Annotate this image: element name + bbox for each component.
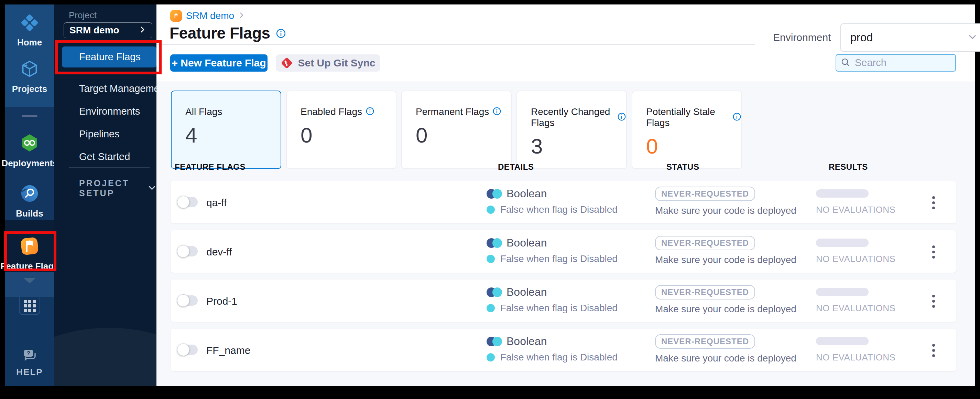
stat-card-label: All Flags bbox=[185, 106, 222, 117]
chevron-down-icon bbox=[967, 32, 977, 43]
status-badge: NEVER-REQUESTED bbox=[655, 236, 755, 250]
flag-toggle-off[interactable] bbox=[178, 246, 198, 257]
nav-item-target-management[interactable]: Target Management bbox=[79, 83, 156, 94]
stat-card-value: 4 bbox=[185, 123, 281, 147]
results-bar bbox=[816, 288, 869, 296]
flag-results: NO EVALUATIONS bbox=[816, 337, 896, 363]
environment-label: Environment bbox=[773, 32, 831, 43]
sidebar-item-feature-flags[interactable]: Feature Flags bbox=[5, 236, 54, 271]
search-box[interactable] bbox=[835, 54, 956, 72]
stat-card[interactable]: Recently Changed Flags 3 bbox=[517, 91, 627, 169]
status-help-text: Make sure your code is deployed bbox=[655, 353, 796, 364]
flag-name[interactable]: qa-ff bbox=[206, 197, 227, 209]
search-input[interactable] bbox=[854, 57, 950, 69]
info-icon[interactable] bbox=[366, 107, 374, 117]
rail-home-label: Home bbox=[17, 37, 42, 48]
new-feature-flag-button[interactable]: + New Feature Flag bbox=[170, 54, 267, 72]
nav-feature-flags-label: Feature Flags bbox=[79, 51, 141, 63]
project-selector[interactable]: SRM demo bbox=[64, 22, 152, 38]
status-help-text: Make sure your code is deployed bbox=[655, 304, 796, 314]
setup-git-sync-button[interactable]: Set Up Git Sync bbox=[276, 54, 380, 72]
info-icon[interactable] bbox=[617, 112, 626, 123]
sidebar-item-deployments[interactable]: Deployments bbox=[5, 132, 54, 169]
flag-details: Boolean False when flag is Disabled bbox=[487, 187, 617, 215]
flag-details: Boolean False when flag is Disabled bbox=[487, 286, 617, 314]
chevron-right-icon bbox=[238, 11, 245, 20]
flag-name[interactable]: FF_name bbox=[206, 345, 250, 356]
flag-type: Boolean bbox=[506, 286, 547, 298]
flag-status: NEVER-REQUESTED Make sure your code is d… bbox=[655, 285, 796, 314]
grid-icon bbox=[24, 300, 36, 312]
flag-results: NO EVALUATIONS bbox=[816, 239, 896, 264]
row-options-menu-button[interactable] bbox=[930, 342, 937, 359]
stat-card-value: 0 bbox=[301, 123, 396, 147]
row-options-menu-button[interactable] bbox=[930, 194, 937, 211]
results-text: NO EVALUATIONS bbox=[816, 352, 896, 363]
column-header-results: RESULTS bbox=[829, 162, 868, 172]
page-title: Feature Flags bbox=[170, 24, 270, 42]
flag-name[interactable]: Prod-1 bbox=[206, 295, 237, 307]
nav-item-feature-flags[interactable]: Feature Flags bbox=[62, 46, 156, 67]
project-nav-panel: Project SRM demo Feature Flags Target Ma… bbox=[54, 5, 156, 386]
stat-card-header: Potentially Stale Flags bbox=[646, 106, 741, 128]
stat-card[interactable]: Permanent Flags 0 bbox=[401, 91, 512, 169]
stat-card-header: Recently Changed Flags bbox=[531, 106, 626, 128]
info-icon[interactable] bbox=[276, 28, 286, 40]
status-help-text: Make sure your code is deployed bbox=[655, 254, 796, 265]
svg-text:?: ? bbox=[27, 351, 30, 356]
module-switcher-tab[interactable] bbox=[19, 297, 40, 315]
toggle-knob bbox=[177, 343, 189, 356]
breadcrumb[interactable]: SRM demo bbox=[170, 10, 245, 22]
stat-card-label: Potentially Stale Flags bbox=[646, 106, 729, 128]
row-options-menu-button[interactable] bbox=[930, 293, 937, 310]
boolean-type-icon bbox=[487, 336, 503, 347]
nav-item-project-setup[interactable]: PROJECT SETUP bbox=[79, 178, 156, 198]
panel-decoration bbox=[54, 328, 156, 386]
stat-card[interactable]: Potentially Stale Flags 0 bbox=[632, 91, 742, 169]
nav-item-pipelines[interactable]: Pipelines bbox=[79, 128, 120, 140]
stat-card[interactable]: Enabled Flags 0 bbox=[286, 91, 396, 169]
info-icon[interactable] bbox=[732, 112, 741, 123]
chevron-down-icon bbox=[24, 278, 35, 283]
environment-select[interactable]: prod bbox=[840, 23, 980, 52]
results-bar bbox=[816, 239, 869, 247]
results-text: NO EVALUATIONS bbox=[816, 204, 896, 215]
table-header-row: FEATURE FLAGS DETAILS STATUS RESULTS bbox=[156, 162, 975, 176]
boolean-type-icon bbox=[487, 238, 503, 248]
results-bar bbox=[816, 189, 869, 198]
flag-default-rule: False when flag is Disabled bbox=[500, 352, 617, 363]
flag-name[interactable]: dev-ff bbox=[206, 246, 232, 258]
sidebar-item-help[interactable]: ? HELP bbox=[5, 347, 54, 378]
sidebar-item-home[interactable]: Home bbox=[5, 13, 54, 48]
sidebar-item-builds[interactable]: Builds bbox=[5, 184, 54, 219]
table-row[interactable]: qa-ff Boolean False when flag is Disable… bbox=[171, 181, 956, 223]
flag-toggle-off[interactable] bbox=[178, 197, 198, 207]
home-icon bbox=[20, 13, 39, 34]
boolean-type-icon bbox=[487, 287, 503, 297]
flag-toggle-off[interactable] bbox=[178, 345, 198, 355]
table-row[interactable]: FF_name Boolean False when flag is Disab… bbox=[171, 329, 956, 371]
stat-card-label: Recently Changed Flags bbox=[531, 106, 614, 128]
stat-card[interactable]: All Flags 4 bbox=[171, 91, 281, 169]
table-row[interactable]: Prod-1 Boolean False when flag is Disabl… bbox=[171, 279, 956, 322]
environment-value: prod bbox=[850, 31, 873, 44]
nav-item-get-started[interactable]: Get Started bbox=[79, 151, 130, 163]
flag-status: NEVER-REQUESTED Make sure your code is d… bbox=[655, 187, 796, 216]
variation-dot-icon bbox=[487, 304, 495, 312]
table-row[interactable]: dev-ff Boolean False when flag is Disabl… bbox=[171, 230, 956, 273]
chevron-down-icon bbox=[148, 183, 156, 193]
stat-cards-row: All Flags 4 Enabled Flags bbox=[171, 91, 742, 169]
project-selector-value: SRM demo bbox=[70, 25, 119, 36]
status-badge: NEVER-REQUESTED bbox=[655, 334, 755, 349]
sidebar-item-projects[interactable]: Projects bbox=[5, 59, 54, 94]
row-options-menu-button[interactable] bbox=[930, 243, 937, 261]
nav-divider bbox=[69, 167, 150, 168]
flag-toggle-off[interactable] bbox=[178, 295, 198, 306]
status-help-text: Make sure your code is deployed bbox=[655, 205, 796, 216]
info-icon[interactable] bbox=[492, 107, 501, 117]
rail-collapse-control[interactable] bbox=[5, 278, 54, 283]
stat-card-label: Permanent Flags bbox=[416, 106, 489, 117]
nav-item-environments[interactable]: Environments bbox=[79, 106, 140, 117]
breadcrumb-project-link[interactable]: SRM demo bbox=[186, 10, 234, 21]
builds-icon bbox=[20, 184, 40, 205]
